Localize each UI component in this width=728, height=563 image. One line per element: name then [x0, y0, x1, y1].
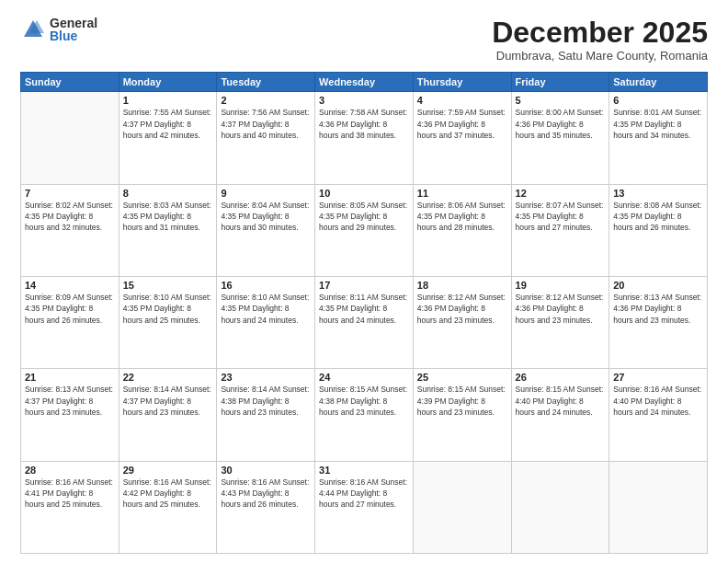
- day-info: Sunrise: 8:15 AM Sunset: 4:39 PM Dayligh…: [417, 384, 507, 418]
- calendar-week-row: 28Sunrise: 8:16 AM Sunset: 4:41 PM Dayli…: [21, 461, 708, 553]
- table-row: 17Sunrise: 8:11 AM Sunset: 4:35 PM Dayli…: [315, 276, 414, 368]
- table-row: 1Sunrise: 7:55 AM Sunset: 4:37 PM Daylig…: [119, 92, 217, 184]
- table-row: 3Sunrise: 7:58 AM Sunset: 4:36 PM Daylig…: [315, 92, 414, 184]
- table-row: 15Sunrise: 8:10 AM Sunset: 4:35 PM Dayli…: [119, 276, 217, 368]
- table-row: [609, 461, 708, 553]
- day-number: 24: [319, 372, 409, 383]
- day-number: 1: [123, 95, 213, 106]
- logo: General Blue: [20, 17, 97, 42]
- page: General Blue December 2025 Dumbrava, Sat…: [0, 0, 728, 563]
- calendar-table: Sunday Monday Tuesday Wednesday Thursday…: [20, 72, 708, 554]
- day-info: Sunrise: 7:56 AM Sunset: 4:37 PM Dayligh…: [221, 107, 311, 141]
- day-info: Sunrise: 8:05 AM Sunset: 4:35 PM Dayligh…: [319, 200, 409, 234]
- logo-general-text: General: [50, 17, 97, 29]
- day-number: 19: [516, 280, 606, 291]
- day-info: Sunrise: 8:14 AM Sunset: 4:37 PM Dayligh…: [123, 384, 213, 418]
- day-info: Sunrise: 8:09 AM Sunset: 4:35 PM Dayligh…: [25, 292, 115, 326]
- day-number: 29: [123, 465, 213, 476]
- day-number: 2: [221, 95, 311, 106]
- day-number: 15: [123, 280, 213, 291]
- calendar-week-row: 21Sunrise: 8:13 AM Sunset: 4:37 PM Dayli…: [21, 369, 708, 461]
- day-info: Sunrise: 8:11 AM Sunset: 4:35 PM Dayligh…: [319, 292, 409, 326]
- day-number: 12: [516, 188, 606, 199]
- day-info: Sunrise: 8:13 AM Sunset: 4:37 PM Dayligh…: [25, 384, 115, 418]
- day-info: Sunrise: 7:55 AM Sunset: 4:37 PM Dayligh…: [123, 107, 213, 141]
- title-block: December 2025 Dumbrava, Satu Mare County…: [492, 17, 708, 63]
- table-row: 2Sunrise: 7:56 AM Sunset: 4:37 PM Daylig…: [217, 92, 315, 184]
- day-number: 9: [221, 188, 311, 199]
- day-info: Sunrise: 8:12 AM Sunset: 4:36 PM Dayligh…: [516, 292, 606, 326]
- day-number: 8: [123, 188, 213, 199]
- col-wednesday: Wednesday: [315, 73, 414, 92]
- day-number: 11: [417, 188, 507, 199]
- table-row: 28Sunrise: 8:16 AM Sunset: 4:41 PM Dayli…: [21, 461, 119, 553]
- day-info: Sunrise: 8:06 AM Sunset: 4:35 PM Dayligh…: [417, 200, 507, 234]
- table-row: 6Sunrise: 8:01 AM Sunset: 4:35 PM Daylig…: [609, 92, 708, 184]
- table-row: 22Sunrise: 8:14 AM Sunset: 4:37 PM Dayli…: [119, 369, 217, 461]
- table-row: 7Sunrise: 8:02 AM Sunset: 4:35 PM Daylig…: [21, 184, 119, 276]
- day-info: Sunrise: 8:16 AM Sunset: 4:41 PM Dayligh…: [25, 477, 115, 511]
- day-number: 14: [25, 280, 115, 291]
- calendar-week-row: 14Sunrise: 8:09 AM Sunset: 4:35 PM Dayli…: [21, 276, 708, 368]
- location: Dumbrava, Satu Mare County, Romania: [492, 49, 708, 63]
- col-saturday: Saturday: [609, 73, 708, 92]
- day-info: Sunrise: 8:07 AM Sunset: 4:35 PM Dayligh…: [516, 200, 606, 234]
- calendar-week-row: 1Sunrise: 7:55 AM Sunset: 4:37 PM Daylig…: [21, 92, 708, 184]
- day-number: 28: [25, 465, 115, 476]
- table-row: [511, 461, 609, 553]
- table-row: 25Sunrise: 8:15 AM Sunset: 4:39 PM Dayli…: [413, 369, 511, 461]
- month-title: December 2025: [492, 17, 708, 49]
- day-number: 25: [417, 372, 507, 383]
- logo-text: General Blue: [50, 17, 97, 42]
- day-info: Sunrise: 8:01 AM Sunset: 4:35 PM Dayligh…: [613, 107, 703, 141]
- day-number: 18: [417, 280, 507, 291]
- table-row: 30Sunrise: 8:16 AM Sunset: 4:43 PM Dayli…: [217, 461, 315, 553]
- day-number: 17: [319, 280, 409, 291]
- day-number: 31: [319, 465, 409, 476]
- day-number: 22: [123, 372, 213, 383]
- day-number: 16: [221, 280, 311, 291]
- day-info: Sunrise: 8:14 AM Sunset: 4:38 PM Dayligh…: [221, 384, 311, 418]
- day-number: 27: [613, 372, 703, 383]
- day-info: Sunrise: 8:16 AM Sunset: 4:40 PM Dayligh…: [613, 384, 703, 418]
- day-info: Sunrise: 8:03 AM Sunset: 4:35 PM Dayligh…: [123, 200, 213, 234]
- table-row: 26Sunrise: 8:15 AM Sunset: 4:40 PM Dayli…: [511, 369, 609, 461]
- logo-icon: [20, 17, 46, 42]
- day-info: Sunrise: 8:12 AM Sunset: 4:36 PM Dayligh…: [417, 292, 507, 326]
- day-number: 6: [613, 95, 703, 106]
- calendar-week-row: 7Sunrise: 8:02 AM Sunset: 4:35 PM Daylig…: [21, 184, 708, 276]
- day-info: Sunrise: 8:02 AM Sunset: 4:35 PM Dayligh…: [25, 200, 115, 234]
- table-row: 31Sunrise: 8:16 AM Sunset: 4:44 PM Dayli…: [315, 461, 414, 553]
- table-row: 20Sunrise: 8:13 AM Sunset: 4:36 PM Dayli…: [609, 276, 708, 368]
- day-number: 26: [516, 372, 606, 383]
- day-number: 30: [221, 465, 311, 476]
- table-row: 19Sunrise: 8:12 AM Sunset: 4:36 PM Dayli…: [511, 276, 609, 368]
- col-thursday: Thursday: [413, 73, 511, 92]
- table-row: 13Sunrise: 8:08 AM Sunset: 4:35 PM Dayli…: [609, 184, 708, 276]
- col-monday: Monday: [119, 73, 217, 92]
- day-info: Sunrise: 8:04 AM Sunset: 4:35 PM Dayligh…: [221, 200, 311, 234]
- table-row: [413, 461, 511, 553]
- day-info: Sunrise: 8:15 AM Sunset: 4:38 PM Dayligh…: [319, 384, 409, 418]
- day-info: Sunrise: 8:10 AM Sunset: 4:35 PM Dayligh…: [123, 292, 213, 326]
- day-info: Sunrise: 7:58 AM Sunset: 4:36 PM Dayligh…: [319, 107, 409, 141]
- day-number: 13: [613, 188, 703, 199]
- table-row: 14Sunrise: 8:09 AM Sunset: 4:35 PM Dayli…: [21, 276, 119, 368]
- table-row: 12Sunrise: 8:07 AM Sunset: 4:35 PM Dayli…: [511, 184, 609, 276]
- day-number: 20: [613, 280, 703, 291]
- day-info: Sunrise: 8:13 AM Sunset: 4:36 PM Dayligh…: [613, 292, 703, 326]
- table-row: 29Sunrise: 8:16 AM Sunset: 4:42 PM Dayli…: [119, 461, 217, 553]
- day-info: Sunrise: 7:59 AM Sunset: 4:36 PM Dayligh…: [417, 107, 507, 141]
- col-sunday: Sunday: [21, 73, 119, 92]
- table-row: [21, 92, 119, 184]
- table-row: 10Sunrise: 8:05 AM Sunset: 4:35 PM Dayli…: [315, 184, 414, 276]
- table-row: 27Sunrise: 8:16 AM Sunset: 4:40 PM Dayli…: [609, 369, 708, 461]
- day-info: Sunrise: 8:16 AM Sunset: 4:44 PM Dayligh…: [319, 477, 409, 511]
- table-row: 16Sunrise: 8:10 AM Sunset: 4:35 PM Dayli…: [217, 276, 315, 368]
- day-number: 4: [417, 95, 507, 106]
- header: General Blue December 2025 Dumbrava, Sat…: [20, 17, 708, 63]
- day-number: 3: [319, 95, 409, 106]
- day-info: Sunrise: 8:16 AM Sunset: 4:43 PM Dayligh…: [221, 477, 311, 511]
- day-number: 10: [319, 188, 409, 199]
- table-row: 9Sunrise: 8:04 AM Sunset: 4:35 PM Daylig…: [217, 184, 315, 276]
